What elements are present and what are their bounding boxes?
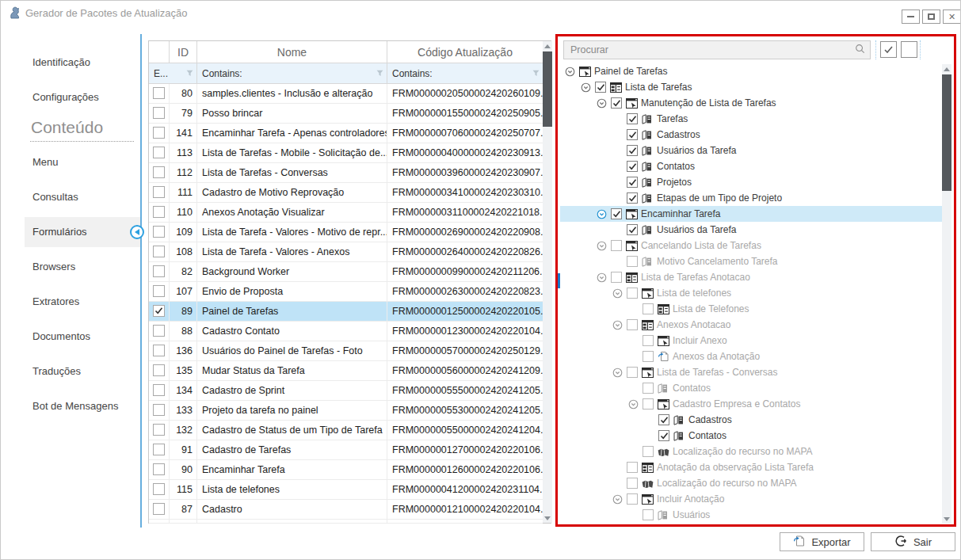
scrollbar-down-icon[interactable]: [543, 513, 552, 523]
tree-checkbox[interactable]: [627, 177, 638, 188]
tree-item-anexos-anotacao[interactable]: Anexos Anotacao: [560, 317, 942, 333]
tree-checkbox[interactable]: [611, 97, 622, 109]
filter-cell-codigo[interactable]: Contains:: [387, 63, 543, 83]
tree-item-usu-rios-da-tarefa[interactable]: Usuários da Tarefa: [560, 222, 942, 238]
close-button[interactable]: ✕: [943, 10, 961, 24]
tree-checkbox[interactable]: [627, 288, 638, 299]
sidebar-item-documentos[interactable]: Documentos: [32, 330, 90, 342]
tree-checkbox[interactable]: [627, 367, 638, 378]
tree-item-lista-de-telefones[interactable]: Lista de telefones: [560, 285, 942, 301]
filter-funnel-icon[interactable]: [186, 68, 193, 79]
tree-checkbox[interactable]: [627, 145, 638, 156]
tree-checkbox[interactable]: [627, 113, 638, 124]
maximize-button[interactable]: [922, 10, 940, 24]
tree-checkbox[interactable]: [611, 272, 622, 283]
tree-checkbox[interactable]: [627, 192, 638, 204]
tree-expander-icon[interactable]: [628, 398, 639, 413]
column-header-id[interactable]: ID: [170, 41, 197, 63]
row-checkbox[interactable]: [153, 166, 165, 178]
row-checkbox[interactable]: [153, 404, 165, 416]
table-row[interactable]: 113Lista de Tarefas - Mobile - Solicitaç…: [149, 143, 543, 163]
splitter-handle[interactable]: [558, 273, 560, 288]
filter-cell-nome[interactable]: Contains:: [197, 63, 387, 83]
sidebar-item-identifica-o[interactable]: Identificação: [32, 56, 90, 68]
grid-scrollbar-thumb[interactable]: [543, 51, 552, 127]
tree-checkbox[interactable]: [643, 398, 654, 410]
tree-checkbox[interactable]: [643, 446, 654, 457]
tree-item-lista-de-telefones[interactable]: Lista de Telefones: [560, 301, 942, 317]
row-checkbox[interactable]: [153, 424, 165, 436]
tree-scrollbar[interactable]: [942, 64, 951, 524]
tree-checkbox[interactable]: [643, 303, 654, 314]
tree-item-etapas-de-um-tipo-de-projeto[interactable]: Etapas de um Tipo de Projeto: [560, 190, 942, 206]
table-row[interactable]: 108Lista de Tarefa - Valores - AnexosFRM…: [149, 242, 543, 262]
check-all-button[interactable]: [880, 41, 897, 58]
table-row[interactable]: 90Encaminhar TarefaFRM000000126000024202…: [149, 460, 543, 480]
tree-item-motivo-cancelamento-tarefa[interactable]: Motivo Cancelamento Tarefa: [560, 253, 942, 269]
tree-expander-icon[interactable]: [612, 319, 623, 333]
tree-checkbox[interactable]: [627, 129, 638, 140]
tree-item-anexos-da-anota-o[interactable]: Anexos da Anotação: [560, 349, 942, 364]
tree-item-contatos[interactable]: Contatos: [560, 380, 942, 396]
row-checkbox[interactable]: [153, 127, 165, 139]
sidebar-item-menu[interactable]: Menu: [32, 156, 59, 168]
tree-item-cancelando-lista-de-tarefas[interactable]: Cancelando Lista de Tarefas: [560, 238, 942, 253]
sidebar-item-formul-rios[interactable]: Formulários: [32, 226, 87, 238]
filter-cell-select[interactable]: E...: [149, 63, 197, 83]
tree-item-anota-o-da-observa-o-lista-tarefa[interactable]: Anotação da observação Lista Tarefa: [560, 459, 942, 475]
tree-item-usu-rios[interactable]: Usuários: [560, 507, 942, 523]
sidebar-item-extratores[interactable]: Extratores: [32, 295, 79, 307]
tree-expander-icon[interactable]: [597, 272, 607, 286]
tree-item-incluir-anexo[interactable]: Incluir Anexo: [560, 333, 942, 349]
tree-item-lista-de-tarefas-anotacao[interactable]: Lista de Tarefas Anotacao: [560, 269, 942, 285]
tree-item-cadastros[interactable]: Cadastros: [560, 412, 942, 428]
tree-item-painel-de-tarefas[interactable]: Painel de Tarefas: [560, 63, 942, 79]
sidebar-item-configura-es[interactable]: Configurações: [32, 91, 99, 103]
row-checkbox[interactable]: [153, 285, 165, 297]
column-header-select[interactable]: [149, 41, 170, 63]
grid-scrollbar[interactable]: [543, 41, 552, 523]
tree-checkbox[interactable]: [627, 224, 638, 235]
table-row[interactable]: 91Cadastro de TarefasFRM0000001270000242…: [149, 440, 543, 460]
tree-item-usu-rios-da-tarefa[interactable]: Usuários da Tarefa: [560, 143, 942, 158]
tree-item-contatos[interactable]: Contatos: [560, 428, 942, 444]
tree-expander-icon[interactable]: [597, 97, 607, 112]
minimize-button[interactable]: [902, 10, 920, 24]
tree-checkbox[interactable]: [658, 414, 669, 425]
export-button[interactable]: Exportar: [780, 532, 864, 551]
row-checkbox[interactable]: [153, 265, 165, 277]
row-checkbox[interactable]: [153, 444, 165, 455]
row-checkbox[interactable]: [153, 186, 165, 198]
column-header-nome[interactable]: Nome: [197, 41, 387, 63]
tree-expander-icon[interactable]: [612, 367, 623, 381]
tree-item-contatos[interactable]: Contatos: [560, 158, 942, 174]
tree-expander-icon[interactable]: [565, 66, 575, 80]
table-row[interactable]: 80samples.clientes - Inclusão e alteraçã…: [149, 84, 543, 104]
tree-checkbox[interactable]: [643, 509, 654, 520]
tree-search-input[interactable]: Procurar: [563, 40, 871, 59]
row-checkbox[interactable]: [153, 463, 165, 475]
tree-item-manuten-o-de-lista-de-tarefas[interactable]: Manutenção de Lista de Tarefas: [560, 95, 942, 111]
scrollbar-up-icon[interactable]: [543, 41, 552, 51]
tree-checkbox[interactable]: [627, 462, 638, 473]
uncheck-all-button[interactable]: [901, 41, 917, 58]
sidebar-item-tradu-es[interactable]: Traduções: [32, 365, 81, 377]
table-row[interactable]: 79Posso brincarFRM0000001550000242025090…: [149, 104, 543, 124]
row-checkbox[interactable]: [153, 384, 165, 396]
tree-checkbox[interactable]: [643, 383, 654, 394]
tree-item-tarefas[interactable]: Tarefas: [560, 111, 942, 127]
row-checkbox[interactable]: [153, 226, 165, 238]
table-row[interactable]: 133Projeto da tarefa no painelFRM0000005…: [149, 401, 543, 421]
exit-button[interactable]: Sair: [871, 532, 955, 551]
tree-item-lista-de-tarefas-conversas[interactable]: Lista de Tarefas - Conversas: [560, 364, 942, 380]
row-checkbox[interactable]: [153, 345, 165, 356]
row-checkbox[interactable]: [153, 107, 165, 119]
scrollbar-up-icon[interactable]: [942, 64, 951, 74]
tree-checkbox[interactable]: [627, 478, 638, 489]
tree-checkbox[interactable]: [658, 430, 669, 441]
tree-checkbox[interactable]: [627, 161, 638, 172]
tree-item-localiza-o-do-recurso-no-mapa[interactable]: Localização do recurso no MAPA: [560, 475, 942, 491]
table-row[interactable]: 136Usuários do Painel de Tarefas - FotoF…: [149, 341, 543, 361]
tree-item-localiza-o-do-recurso-no-mapa[interactable]: Localização do recurso no MAPA: [560, 444, 942, 459]
filter-funnel-icon[interactable]: [376, 68, 383, 79]
